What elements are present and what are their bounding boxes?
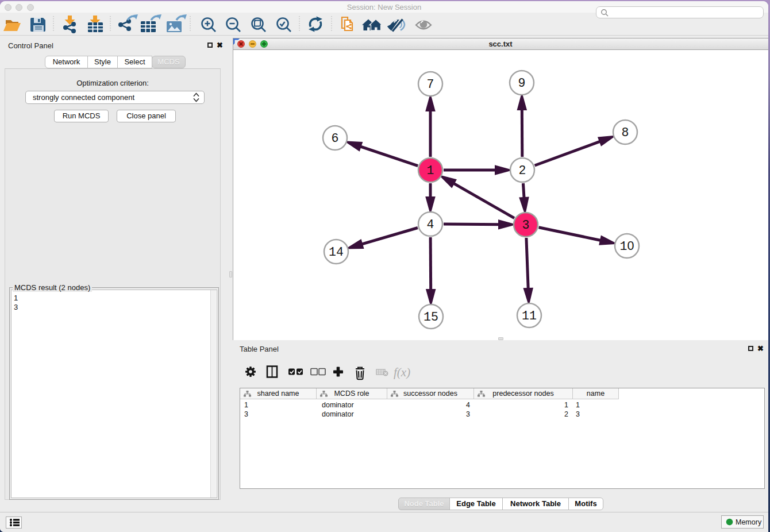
svg-text:15: 15 [424, 310, 438, 324]
svg-text:14: 14 [329, 245, 344, 259]
svg-text:6: 6 [332, 132, 339, 145]
svg-text:7: 7 [427, 78, 434, 91]
svg-text:1: 1 [427, 164, 434, 178]
svg-text:11: 11 [522, 309, 537, 323]
svg-text:10: 10 [620, 239, 634, 253]
svg-text:4: 4 [427, 218, 434, 232]
svg-text:2: 2 [519, 164, 526, 178]
svg-text:f(x): f(x) [394, 365, 410, 379]
svg-text:3: 3 [522, 218, 530, 232]
svg-text:9: 9 [518, 76, 526, 90]
svg-text:8: 8 [622, 126, 629, 140]
